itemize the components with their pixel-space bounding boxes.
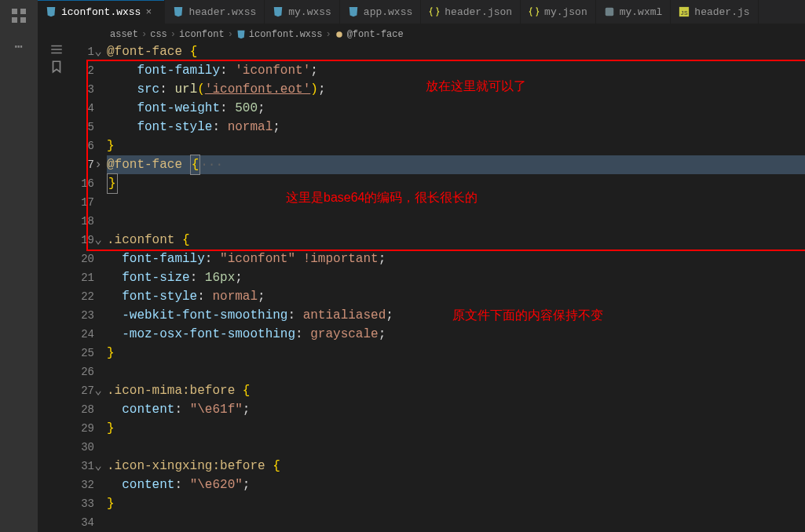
fold-icon[interactable]: ⌄ [93, 457, 104, 476]
line-number: 22 [75, 287, 94, 306]
rule-icon [335, 30, 344, 39]
tab-label: header.json [445, 6, 512, 18]
editor-tab[interactable]: header.json [421, 0, 521, 24]
svg-rect-3 [20, 17, 26, 23]
tab-label: my.json [544, 6, 587, 18]
editor-tab[interactable]: my.wxml [596, 0, 671, 24]
more-icon[interactable]: ⋯ [15, 38, 24, 55]
line-number: 1 [75, 42, 94, 61]
svg-rect-0 [12, 9, 17, 14]
line-number: 33 [75, 494, 94, 513]
svg-rect-1 [20, 9, 26, 14]
svg-rect-2 [12, 17, 17, 23]
line-numbers: 1234567161718192021222324252627282930313… [75, 24, 107, 532]
line-number: 16 [75, 174, 94, 193]
annotation-text: 原文件下面的内容保持不变 [452, 306, 603, 325]
bookmark-icon[interactable] [49, 60, 64, 74]
svg-point-7 [336, 31, 342, 38]
line-number: 18 [75, 212, 94, 231]
line-number: 2 [75, 61, 94, 80]
line-number: 23 [75, 306, 94, 325]
list-icon[interactable] [49, 42, 64, 56]
editor-tab[interactable]: my.json [521, 0, 596, 24]
breadcrumb[interactable]: asset› css› iconfont› iconfont.wxss› @fo… [107, 27, 805, 42]
line-number: 25 [75, 344, 94, 363]
editor-tab[interactable]: header.wxss [165, 0, 265, 24]
line-number: 27 [75, 381, 94, 400]
line-number: 19 [75, 231, 94, 250]
svg-text:JS: JS [681, 9, 689, 16]
tab-label: header.js [694, 6, 749, 18]
editor-tab[interactable]: app.wxss [340, 0, 421, 24]
activity-bar: ⋯ [0, 0, 38, 532]
breadcrumb-item[interactable]: css [150, 29, 167, 40]
fold-icon[interactable]: ⌄ [93, 231, 104, 250]
code-content[interactable]: 放在这里就可以了 这里是base64的编码，很长很长的 原文件下面的内容保持不变… [107, 42, 805, 532]
breadcrumb-item[interactable]: asset [110, 29, 138, 40]
breadcrumb-item[interactable]: iconfont.wxss [249, 29, 323, 40]
breadcrumb-item[interactable]: @font-face [347, 29, 404, 40]
tab-label: header.wxss [188, 6, 256, 18]
line-number: 3 [75, 80, 94, 99]
line-number: 34 [75, 513, 94, 532]
breadcrumb-item[interactable]: iconfont [179, 29, 225, 40]
line-number: 6 [75, 137, 94, 155]
svg-rect-4 [605, 8, 613, 16]
close-icon[interactable]: × [145, 6, 156, 17]
line-number: 31 [75, 457, 94, 476]
annotation-text: 这里是base64的编码，很长很长的 [286, 188, 478, 207]
fold-icon[interactable]: › [93, 155, 104, 174]
line-number: 20 [75, 250, 94, 268]
line-number: 7 [75, 155, 94, 174]
line-number: 28 [75, 400, 94, 419]
line-number: 30 [75, 438, 94, 457]
editor-tab[interactable]: iconfont.wxss× [38, 0, 165, 24]
line-number: 26 [75, 363, 94, 381]
line-number: 5 [75, 118, 94, 137]
fold-icon[interactable]: ⌄ [93, 42, 104, 61]
line-number: 24 [75, 325, 94, 344]
annotation-text: 放在这里就可以了 [426, 77, 526, 96]
line-number: 21 [75, 268, 94, 287]
tab-label: iconfont.wxss [61, 6, 141, 18]
tab-label: my.wxml [620, 6, 663, 18]
editor-tab[interactable]: JSheader.js [671, 0, 758, 24]
extensions-icon[interactable] [9, 6, 28, 25]
line-number: 17 [75, 193, 94, 212]
editor-tab[interactable]: my.wxss [265, 0, 340, 24]
tab-label: my.wxss [288, 6, 331, 18]
line-number: 4 [75, 99, 94, 118]
line-number: 29 [75, 419, 94, 438]
css-icon [236, 30, 246, 39]
line-number: 32 [75, 476, 94, 494]
editor-tabs: iconfont.wxss×header.wxssmy.wxssapp.wxss… [38, 0, 805, 24]
tab-label: app.wxss [364, 6, 412, 18]
fold-icon[interactable]: ⌄ [93, 381, 104, 400]
editor-gutter [38, 24, 75, 532]
